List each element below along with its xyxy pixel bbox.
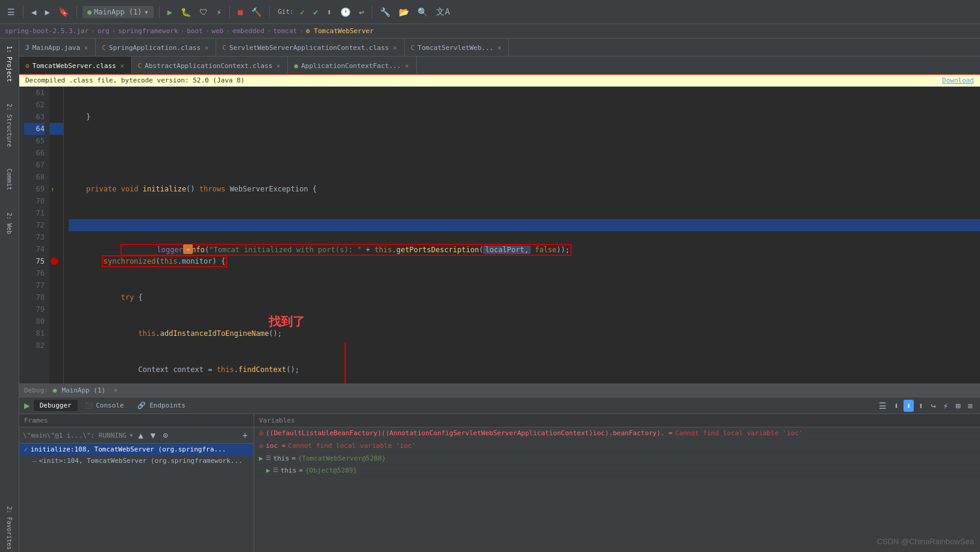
expand-icon-4[interactable]: ▶ (266, 467, 270, 474)
line-num-74: 74 (24, 243, 45, 255)
debug-step-out-icon[interactable]: ↪ (928, 400, 938, 412)
tab-abstractapp[interactable]: C AbstractApplicationContext.class × (132, 57, 289, 75)
debug-content: Frames \"main\"@1 i...\": RUNNING ▾ ▲ ▼ … (19, 414, 980, 552)
back-icon[interactable]: ◀ (29, 6, 39, 18)
frame-add-icon[interactable]: + (240, 429, 250, 441)
var-item-3[interactable]: ▶ ☰ this = {TomcatWebServer@5288} (254, 453, 980, 465)
debug-arrow-icon: ⇒ (183, 244, 193, 254)
tab-mainapp-label: MainApp.java (33, 44, 80, 52)
tab-debugger[interactable]: Debugger (34, 400, 78, 411)
forward-icon[interactable]: ▶ (42, 6, 52, 18)
separator (269, 6, 270, 18)
tab-tomcatservlet-close[interactable]: × (496, 44, 502, 52)
debug-step-over-icon[interactable]: ⬇ (891, 400, 901, 412)
code-lines: } private void initialize() throws WebSe… (64, 87, 980, 383)
git-branch-icon[interactable]: ⬆ (325, 6, 334, 18)
breadcrumb-tomcat[interactable]: tomcat (273, 27, 297, 35)
translate-icon[interactable]: 文A (434, 5, 452, 19)
debug-more-icon[interactable]: ≡ (966, 400, 975, 412)
git-history-icon[interactable]: 🕐 (338, 6, 353, 18)
tab-abstractapp-close[interactable]: × (275, 62, 281, 70)
menu-icon[interactable]: ☰ (5, 6, 17, 18)
tab-tomcatwebserver[interactable]: ⚙ TomcatWebServer.class × (19, 57, 132, 75)
debug-close[interactable]: × (113, 386, 119, 394)
breadcrumb-embedded[interactable]: embedded (233, 27, 264, 35)
sidebar-structure-icon[interactable]: 2: Structure (4, 101, 15, 149)
coverage-icon[interactable]: 🛡 (197, 6, 210, 18)
frame-item-initialize[interactable]: ✓ initialize:108, TomcatWebServer (org.s… (19, 444, 254, 455)
tab-tomcatwebserver-close[interactable]: × (119, 62, 125, 70)
tab-console[interactable]: ⬛ Console (79, 400, 130, 411)
run-config-dropdown[interactable]: ● MainApp (1) ▾ (83, 6, 154, 18)
annotation-arrow (321, 342, 369, 383)
breadcrumb-web[interactable]: web (211, 27, 223, 35)
line-65-boxed: synchronized(this.monitor) { (104, 257, 225, 265)
tab-springapplication[interactable]: C SpringApplication.class × (96, 39, 216, 57)
tab-appcontextfact-label: ApplicationContextFact... (301, 62, 401, 70)
tab-endpoints[interactable]: 🔗 Endpoints (131, 400, 192, 411)
debug-app-label: MainApp (1) (61, 386, 105, 394)
breadcrumb-springframework[interactable]: springframework (118, 27, 178, 35)
sidebar-web-icon[interactable]: 2: Web (4, 210, 15, 237)
debug-resume-icon[interactable]: ▶ (22, 398, 33, 412)
debug-icon[interactable]: 🐛 (178, 6, 193, 18)
debug-table-icon[interactable]: ⊞ (953, 400, 963, 412)
code-editor[interactable]: 61 62 63 64 65 66 67 68 69 70 71 72 73 7… (19, 87, 980, 383)
settings-icon[interactable]: 🔧 (378, 6, 393, 18)
frames-list: ✓ initialize:108, TomcatWebServer (org.s… (19, 444, 254, 552)
build-icon[interactable]: 🔨 (249, 6, 264, 18)
tab-appcontextfact[interactable]: ● ApplicationContextFact... × (288, 57, 416, 75)
line-num-70: 70 (24, 195, 45, 207)
breadcrumb-boot[interactable]: boot (187, 27, 203, 35)
tab-springapplication-close[interactable]: × (204, 44, 210, 52)
run-icon[interactable]: ▶ (165, 6, 175, 18)
frame-dropdown-toggle[interactable]: \"main\"@1 i...\": RUNNING (23, 432, 126, 439)
separator (23, 6, 23, 18)
debug-eval-icon[interactable]: ⚡ (941, 400, 950, 412)
debug-step-up-icon[interactable]: ⬆ (916, 400, 926, 412)
git-green-check-icon[interactable]: ✔ (311, 6, 320, 18)
separator (76, 6, 77, 18)
sidebar-favorites-icon[interactable]: 2: Favorites (4, 504, 15, 552)
sidebar-project-icon[interactable]: 1: Project (4, 43, 15, 84)
open-file-icon[interactable]: 📂 (396, 6, 411, 18)
breadcrumb-class[interactable]: ⚙ TomcatWebServer (306, 27, 374, 35)
sidebar-commit-icon[interactable]: Commit (4, 166, 15, 193)
undo-icon[interactable]: ↩ (357, 6, 366, 18)
stop-icon[interactable]: ■ (236, 6, 245, 18)
code-line-65: synchronized(this.monitor) { (69, 255, 980, 267)
class-icon6: ● (294, 62, 298, 70)
tabs-row2: ⚙ TomcatWebServer.class × C AbstractAppl… (19, 57, 980, 75)
code-line-61: } (69, 111, 980, 123)
var-item-4[interactable]: ▶ ☰ this = {Object@5289} (254, 465, 980, 477)
frame-label-init: <init>:104, TomcatWebServer (org.springf… (39, 457, 243, 465)
tab-mainapp[interactable]: J MainApp.java × (19, 39, 96, 57)
frame-nav-down[interactable]: ▼ (148, 429, 158, 441)
tab-tomcatservlet[interactable]: C TomcatServletWeb... × (405, 39, 510, 57)
breadcrumb-jar[interactable]: spring-boot-2.5.3.jar (5, 27, 89, 35)
variables-panel: Variables ⊘ ((DefaultListableBeanFactory… (254, 414, 980, 552)
download-link[interactable]: Download (942, 76, 974, 84)
frame-filter-icon[interactable]: ⊙ (160, 429, 170, 441)
tab-mainapp-close[interactable]: × (83, 44, 89, 52)
variables-title: Variables (259, 417, 295, 424)
tab-servletwebserver[interactable]: C ServletWebServerApplicationContext.cla… (216, 39, 405, 57)
find-icon[interactable]: 🔍 (415, 6, 430, 18)
debug-settings-icon[interactable]: ☰ (876, 400, 889, 412)
frame-nav-up[interactable]: ▲ (136, 429, 145, 441)
debug-app-icon: ● (53, 386, 57, 394)
line-num-77: 77 (24, 279, 45, 291)
tab-servletwebserver-close[interactable]: × (392, 44, 398, 52)
bookmark-icon[interactable]: 🔖 (56, 6, 71, 18)
expand-icon-3[interactable]: ▶ (259, 454, 263, 462)
debug-step-down-icon[interactable]: ⬇ (904, 400, 913, 412)
git-check-icon[interactable]: ✓ (298, 6, 307, 18)
profile-icon[interactable]: ⚡ (214, 6, 223, 18)
var-name-4: this (281, 467, 297, 474)
frame-item-init[interactable]: — <init>:104, TomcatWebServer (org.sprin… (19, 455, 254, 467)
decompiled-text: Decompiled .class file, bytecode version… (25, 76, 245, 84)
frame-bullet: — (33, 457, 37, 465)
tab-appcontextfact-close[interactable]: × (404, 62, 410, 70)
breadcrumb-org[interactable]: org (98, 27, 110, 35)
chevron-down-icon: ▾ (145, 8, 149, 16)
